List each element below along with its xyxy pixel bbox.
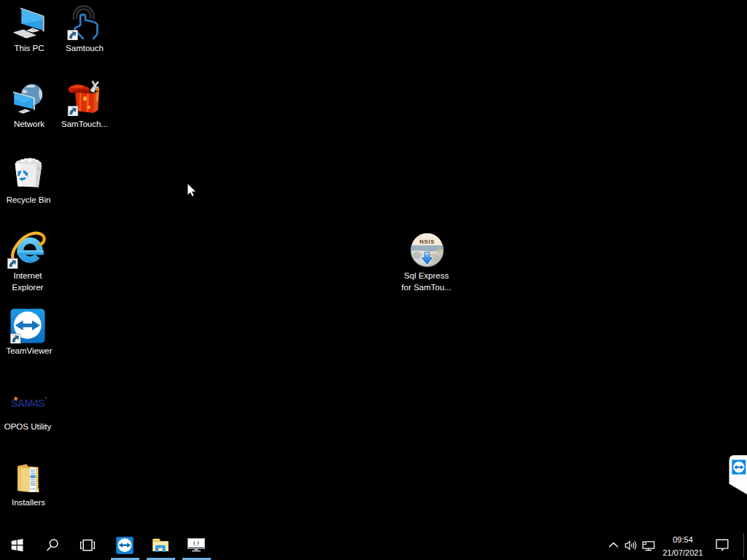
svg-text:NSIS: NSIS: [419, 238, 435, 245]
